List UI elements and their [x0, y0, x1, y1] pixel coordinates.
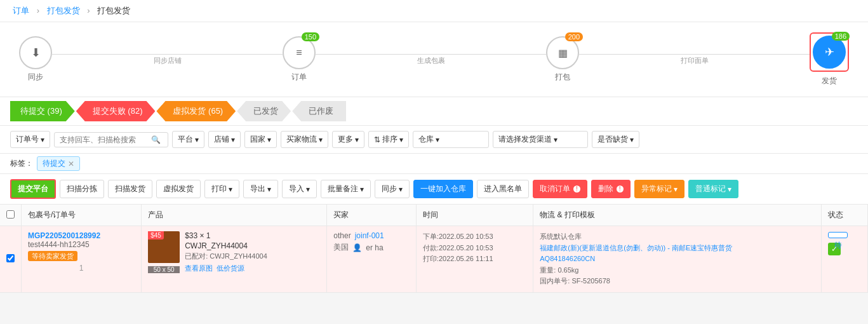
logistics-warehouse: 系统默认仓库 — [540, 231, 815, 243]
logistics-tracking[interactable]: AQ841846260CN — [540, 253, 815, 265]
tag-prefix: 标签： — [10, 158, 33, 169]
tab-void[interactable]: 已作废 — [292, 101, 346, 121]
filter-stock[interactable]: 是否缺货 ▾ — [592, 131, 639, 148]
tag-close-icon[interactable]: ✕ — [68, 159, 74, 168]
th-time: 时间 — [416, 205, 533, 226]
pack-badge: 200 — [565, 32, 583, 41]
btn-cancel-order[interactable]: 取消订单 ! — [533, 180, 587, 198]
product-image-wrapper: $45 50 x 50 — [148, 231, 180, 273]
btn-export[interactable]: 导出 ▾ — [243, 180, 278, 198]
filter-ship-channel[interactable]: 请选择发货渠道 ▾ — [493, 131, 588, 148]
filter-platform[interactable]: 平台 ▾ — [172, 131, 204, 148]
filter-order-arrow: ▾ — [41, 135, 44, 144]
btn-normal-mark[interactable]: 普通标记 ▾ — [688, 180, 738, 198]
filter-platform-arrow: ▾ — [195, 135, 199, 144]
buyer-person: er ha — [366, 243, 383, 252]
ship-highlight: 186 ✈ — [810, 32, 849, 72]
btn-export-arrow: ▾ — [267, 185, 271, 194]
workflow-step-ship[interactable]: 186 ✈ 发货 — [810, 32, 849, 86]
order-badge: 150 — [302, 32, 319, 41]
btn-print-arrow: ▾ — [229, 185, 232, 194]
buyer-tag: other — [333, 231, 351, 240]
btn-batch-note[interactable]: 批量备注 ▾ — [321, 180, 371, 198]
filter-shop-arrow: ▾ — [231, 135, 235, 144]
btn-scan-sort[interactable]: 扫描分拣 — [60, 180, 104, 198]
filter-stock-arrow: ▾ — [630, 135, 634, 144]
btn-abnormal-mark[interactable]: 异常标记 ▾ — [634, 180, 684, 198]
waiting-badge-text: 等待卖家发货 — [28, 251, 77, 261]
sub-order-number: test4444-hh12345 — [28, 240, 135, 249]
filter-warehouse[interactable]: 仓库 ▾ — [413, 131, 489, 148]
buyer-name[interactable]: joinf-001 — [355, 231, 384, 240]
td-product: $45 50 x 50 $33 × 1 CWJR_ZYH44004 已配对: C… — [142, 226, 327, 293]
search-box[interactable]: 🔍 — [54, 132, 168, 147]
time-pay: 付款:2022.05.20 10:53 — [423, 243, 526, 254]
btn-add-warehouse[interactable]: 一键加入仓库 — [413, 180, 473, 198]
btn-sync[interactable]: 同步 ▾ — [375, 180, 410, 198]
btn-import[interactable]: 导入 ▾ — [282, 180, 317, 198]
tab-virtual[interactable]: 虚拟发货 (65) — [156, 101, 236, 121]
product-size-label: 50 x 50 — [148, 266, 180, 273]
order-number[interactable]: MGP2205200128992 — [28, 231, 135, 240]
filter-bar: 订单号 ▾ 🔍 平台 ▾ 店铺 ▾ 国家 ▾ 买家物流 ▾ 更多 ▾ ⇅ 排序 … — [0, 126, 868, 154]
btn-blacklist[interactable]: 进入黑名单 — [477, 180, 529, 198]
product-info: $33 × 1 CWJR_ZYH44004 已配对: CWJR_ZYH44004… — [185, 231, 267, 273]
search-input[interactable] — [60, 135, 149, 144]
workflow-step-order[interactable]: 150 ≡ 订单 — [283, 36, 316, 83]
filter-buyer-logistics[interactable]: 买家物流 ▾ — [281, 131, 328, 148]
filter-country[interactable]: 国家 ▾ — [244, 131, 277, 148]
status-tabs-row: 待提交 (39) 提交失败 (82) 虚拟发货 (65) 已发货 已作废 — [0, 97, 868, 126]
connector-1: 同步店铺 — [52, 54, 283, 65]
btn-print[interactable]: 打印 ▾ — [204, 180, 239, 198]
sync-icon: ⬇ — [31, 46, 41, 60]
btn-submit-platform[interactable]: 提交平台 — [10, 179, 56, 199]
step-circle-order: 150 ≡ — [283, 36, 316, 69]
filter-sort[interactable]: ⇅ 排序 ▾ — [368, 131, 409, 148]
logistics-weight: 重量: 0.65kg — [540, 265, 815, 276]
status-extra-icon: ✓ — [828, 243, 841, 255]
btn-cancel-label: 取消订单 — [540, 184, 570, 194]
filter-more[interactable]: 更多 ▾ — [332, 131, 364, 148]
filter-more-label: 更多 — [338, 134, 353, 145]
product-link-cheap[interactable]: 低价货源 — [217, 264, 244, 273]
filter-sort-arrow: ▾ — [399, 135, 403, 144]
btn-delete[interactable]: 删除 ! — [591, 180, 631, 198]
breadcrumb-item-2[interactable]: 打包发货 — [47, 6, 80, 15]
td-order-info: MGP2205200128992 test4444-hh12345 等待卖家发货… — [22, 226, 142, 293]
ship-icon: ✈ — [825, 45, 834, 59]
ship-badge: 186 — [832, 32, 850, 41]
tab-failed[interactable]: 提交失败 (82) — [76, 101, 156, 121]
tab-pending[interactable]: 待提交 (39) — [10, 101, 75, 121]
filter-ship-channel-label: 请选择发货渠道 — [498, 134, 552, 145]
time-order: 下单:2022.05.20 10:53 — [423, 231, 526, 243]
logistics-domestic: 国内单号: SF-5205678 — [540, 276, 815, 287]
btn-virtual-ship[interactable]: 虚拟发货 — [156, 180, 201, 198]
product-matched: 已配对: CWJR_ZYH44004 — [185, 252, 267, 261]
filter-buyer-logistics-arrow: ▾ — [319, 135, 323, 144]
status-flow: 待提交 (39) 提交失败 (82) 虚拟发货 (65) 已发货 已作废 — [10, 101, 346, 121]
filter-warehouse-label: 仓库 — [418, 134, 434, 145]
select-all-checkbox[interactable] — [6, 210, 15, 219]
breadcrumb-sep-2: › — [87, 6, 92, 15]
buyer-bottom-row: 美国 👤 er ha — [333, 242, 410, 253]
workflow-step-pack[interactable]: 200 ▦ 打包 — [546, 36, 579, 83]
filter-buyer-logistics-label: 买家物流 — [286, 134, 317, 145]
product-links: 查看原图 低价货源 — [185, 264, 267, 273]
btn-batch-note-arrow: ▾ — [360, 185, 364, 194]
workflow-step-sync[interactable]: ⬇ 同步 — [19, 36, 52, 83]
filter-country-label: 国家 — [250, 134, 265, 145]
filter-order-num[interactable]: 订单号 ▾ — [10, 131, 50, 148]
row-checkbox[interactable] — [6, 254, 15, 262]
product-code1: $33 × 1 — [185, 231, 267, 240]
product-link-original[interactable]: 查看原图 — [185, 264, 213, 273]
tab-shipped[interactable]: 已发货 — [237, 101, 291, 121]
filter-shop[interactable]: 店铺 ▾ — [208, 131, 241, 148]
product-code2: CWJR_ZYH44004 — [185, 241, 267, 250]
breadcrumb-item-1[interactable]: 订单 — [13, 6, 29, 15]
time-print: 打印:2022.05.26 11:11 — [423, 253, 526, 265]
tag-pending[interactable]: 待提交 ✕ — [37, 156, 80, 171]
td-checkbox[interactable] — [0, 226, 22, 293]
btn-abnormal-label: 异常标记 — [641, 184, 672, 194]
action-bar: 提交平台 扫描分拣 扫描发货 虚拟发货 打印 ▾ 导出 ▾ 导入 ▾ 批量备注 … — [0, 174, 868, 205]
btn-scan-ship[interactable]: 扫描发货 — [108, 180, 152, 198]
